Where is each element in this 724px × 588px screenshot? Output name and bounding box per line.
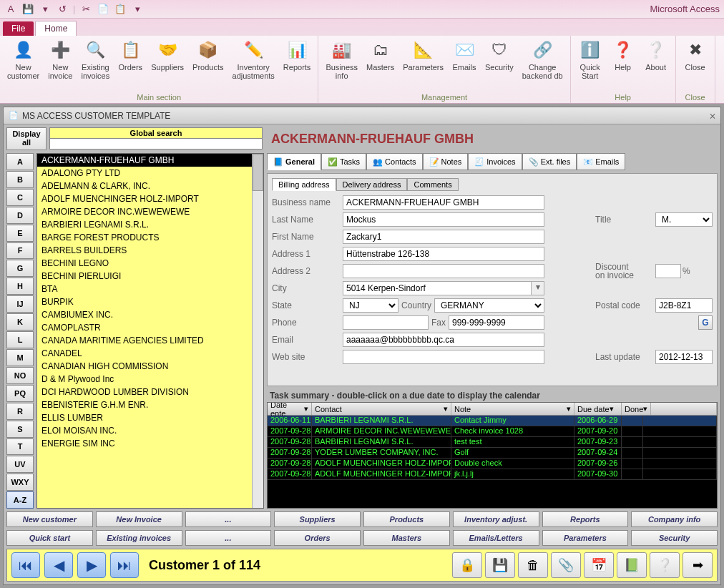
products-button[interactable]: Products	[363, 511, 450, 527]
business_info-button[interactable]: 🏭Businessinfo	[321, 37, 362, 92]
save-icon[interactable]: 💾	[21, 3, 34, 16]
suppliers-button[interactable]: Suppliers	[274, 511, 361, 527]
exit-button[interactable]: ➡	[683, 552, 713, 578]
delete-button[interactable]: 🗑	[518, 552, 548, 578]
customer-list-item[interactable]: ADOLF MUENCHINGER HOLZ-IMPORT	[37, 192, 263, 205]
suppliers-button[interactable]: 🤝Suppliers	[147, 37, 188, 92]
security-button[interactable]: 🛡Security	[481, 37, 518, 92]
alpha-filter-s[interactable]: S	[6, 421, 34, 438]
address1-input[interactable]	[343, 247, 544, 261]
email-input[interactable]	[343, 333, 544, 347]
help-button[interactable]: ❓Help	[607, 37, 640, 92]
security-button[interactable]: Security	[631, 530, 718, 546]
new-invoice-button[interactable]: New Invoice	[96, 511, 182, 527]
customer-list-item[interactable]: BTA	[37, 283, 263, 295]
customer-list-item[interactable]: ARMOIRE DECOR INC.WEWEWEWE	[37, 205, 263, 218]
task-row[interactable]: 2007-09-28ADOLF MUENCHINGER HOLZ-IMPORTj…	[268, 469, 717, 480]
customer-list-item[interactable]: CAMOPLASTR	[37, 321, 263, 334]
emails-letters-button[interactable]: Emails/Letters	[453, 530, 539, 546]
tab-extfiles[interactable]: 📎Ext. files	[522, 153, 577, 170]
alpha-filter-ij[interactable]: IJ	[6, 295, 34, 313]
existing_invoices-button[interactable]: 🔍Existinginvoices	[77, 37, 114, 92]
new_invoice-button[interactable]: ➕Newinvoice	[44, 37, 77, 92]
alpha-filter-m[interactable]: M	[6, 349, 34, 366]
customer-list[interactable]: ACKERMANN-FRUEHAUF GMBHADALONG PTY LTDAD…	[36, 153, 264, 509]
inventory-adjust--button[interactable]: Inventory adjust.	[453, 511, 539, 527]
customer-list-item[interactable]: BURPIK	[37, 295, 263, 308]
alpha-filter-a-z[interactable]: A-Z	[6, 491, 34, 509]
file-tab[interactable]: File	[3, 21, 34, 36]
discount-input[interactable]	[655, 264, 681, 278]
alpha-filter-f[interactable]: F	[6, 242, 34, 260]
customer-list-item[interactable]: BECHINI LEGNO	[37, 257, 263, 270]
customer-list-item[interactable]: EBENISTERIE G.H.M ENR.	[37, 398, 263, 411]
customer-list-item[interactable]: BARBIERI LEGNAMI S.R.L.	[37, 218, 263, 231]
alpha-filter-t[interactable]: T	[6, 438, 34, 456]
nav-prev-button[interactable]: ◀	[44, 552, 73, 578]
nav-first-button[interactable]: ⏮	[11, 552, 40, 578]
alpha-filter-c[interactable]: C	[6, 189, 34, 206]
nav-next-button[interactable]: ▶	[77, 552, 106, 578]
masters-button[interactable]: Masters	[363, 530, 450, 546]
help-button[interactable]: ❔	[650, 552, 680, 578]
customer-list-item[interactable]: BARGE FOREST PRODUCTS	[37, 231, 263, 244]
city-input[interactable]	[343, 281, 532, 295]
customer-list-item[interactable]: ELLIS LUMBER	[37, 411, 263, 424]
alpha-filter-uv[interactable]: UV	[6, 456, 34, 473]
nav-last-button[interactable]: ⏭	[110, 552, 139, 578]
customer-list-item[interactable]: ACKERMANN-FRUEHAUF GMBH	[37, 154, 263, 167]
business-name-input[interactable]	[343, 195, 544, 210]
last-name-input[interactable]	[343, 212, 544, 227]
country-select[interactable]: GERMANY	[434, 298, 544, 313]
attach-button[interactable]: 📎	[551, 552, 581, 578]
alpha-filter-no[interactable]: NO	[6, 367, 34, 384]
task-grid[interactable]: Date ente ▾ Contact ▾ Note ▾ Due date ▾ …	[267, 402, 718, 509]
alpha-filter-e[interactable]: E	[6, 225, 34, 242]
excel-button[interactable]: 📗	[617, 552, 647, 578]
alpha-filter-k[interactable]: K	[6, 313, 34, 330]
website-input[interactable]	[343, 350, 544, 364]
customer-list-item[interactable]: CANADA MARITIME AGENCIES LIMITED	[37, 334, 263, 347]
title-select[interactable]: M.	[655, 212, 713, 227]
lock-button[interactable]: 🔒	[452, 552, 482, 578]
subtab-delivery-address[interactable]: Delivery address	[336, 178, 408, 191]
alpha-filter-b[interactable]: B	[6, 171, 34, 188]
parameters-button[interactable]: 📐Parameters	[398, 37, 448, 92]
customer-list-item[interactable]: BECHINI PIERLUIGI	[37, 270, 263, 283]
customer-list-item[interactable]: ELOI MOISAN INC.	[37, 424, 263, 437]
task-row[interactable]: 2007-09-28YODER LUMBER COMPANY, INC.Golf…	[268, 448, 717, 459]
tab-notes[interactable]: 📝Notes	[423, 153, 469, 170]
change_db-button[interactable]: 🔗Changebackend db	[518, 37, 567, 92]
alpha-filter-h[interactable]: H	[6, 278, 34, 295]
alpha-filter-a[interactable]: A	[6, 153, 34, 170]
reports-button[interactable]: 📊Reports	[279, 37, 315, 92]
state-select[interactable]: NJ	[343, 298, 398, 313]
parameters-button[interactable]: Parameters	[542, 530, 629, 546]
quick_start-button[interactable]: ℹ️QuickStart	[574, 37, 607, 92]
window-close-icon[interactable]: ⨯	[709, 111, 716, 121]
more-button[interactable]: ...	[185, 530, 272, 546]
alpha-filter-d[interactable]: D	[6, 207, 34, 224]
about-button[interactable]: ❔About	[640, 37, 672, 92]
calendar-button[interactable]: 📅	[584, 552, 614, 578]
alpha-filter-g[interactable]: G	[6, 260, 34, 277]
orders-button[interactable]: 📋Orders	[114, 37, 147, 92]
cut-icon[interactable]: ✂	[79, 3, 92, 16]
alpha-filter-wxy[interactable]: WXY	[6, 474, 34, 491]
products-button[interactable]: 📦Products	[188, 37, 228, 92]
emails-button[interactable]: ✉️Emails	[448, 37, 481, 92]
undo-icon[interactable]: ↺	[56, 3, 69, 16]
customer-list-item[interactable]: BARRELS BUILDERS	[37, 244, 263, 257]
tab-invoices[interactable]: 🧾Invoices	[468, 153, 522, 170]
alpha-filter-r[interactable]: R	[6, 403, 34, 420]
task-row[interactable]: 2007-09-28ARMOIRE DECOR INC.WEWEWEWEChec…	[268, 426, 717, 437]
customer-list-item[interactable]: DCI HARDWOOD LUMBER DIVISION	[37, 386, 263, 398]
quick-start-button[interactable]: Quick start	[6, 530, 93, 546]
global-search-input[interactable]	[49, 139, 263, 150]
qat-customize-icon[interactable]: ▾	[131, 3, 144, 16]
masters-button[interactable]: 🗂Masters	[362, 37, 398, 92]
reports-button[interactable]: Reports	[542, 511, 629, 527]
task-row[interactable]: 2006-06-11BARBIERI LEGNAMI S.R.L.Contact…	[268, 416, 717, 426]
inventory-button[interactable]: ✏️Inventoryadjustments	[228, 37, 279, 92]
task-row[interactable]: 2007-09-28ADOLF MUENCHINGER HOLZ-IMPORTD…	[268, 459, 717, 469]
